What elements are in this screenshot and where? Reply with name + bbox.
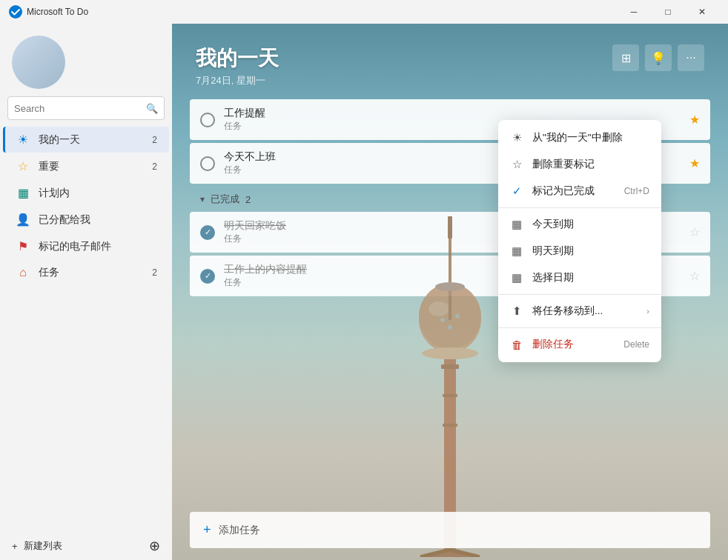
- ms-todo-icon: [9, 5, 22, 19]
- add-list-icon[interactable]: ⊕: [149, 538, 160, 554]
- sidebar-item-count: 2: [152, 267, 157, 278]
- sidebar-item-my-day[interactable]: ☀ 我的一天 2: [3, 127, 169, 153]
- menu-item-delete-task[interactable]: 🗑 删除任务 Delete: [498, 331, 661, 358]
- svg-rect-13: [443, 394, 457, 397]
- svg-rect-12: [441, 364, 459, 369]
- menu-item-label: 选择日期: [532, 271, 649, 284]
- person-icon: 👤: [15, 213, 31, 227]
- svg-point-10: [455, 314, 460, 319]
- task-complete-toggle[interactable]: ✓: [200, 225, 215, 240]
- add-task-label: 添加任务: [219, 524, 260, 537]
- context-menu: ☀ 从"我的一天"中删除 ☆ 删除重要标记 ✓ 标记为已完成 Ctrl+D ▦ …: [498, 120, 661, 362]
- close-button[interactable]: ✕: [685, 0, 719, 24]
- minimize-button[interactable]: ─: [617, 0, 651, 24]
- main-header: 我的一天 7月24日, 星期一 ⊞ 💡 ···: [172, 24, 728, 99]
- svg-point-8: [422, 347, 478, 359]
- menu-item-remove-from-myday[interactable]: ☀ 从"我的一天"中删除: [498, 124, 661, 151]
- svg-rect-14: [443, 424, 457, 427]
- chevron-right-icon: ›: [646, 307, 649, 316]
- sidebar-item-tasks[interactable]: ⌂ 任务 2: [3, 260, 169, 285]
- star-button[interactable]: ★: [689, 156, 700, 170]
- sidebar-item-planned[interactable]: ▦ 计划内: [3, 180, 169, 206]
- sun-icon: ☀: [15, 133, 31, 147]
- window-controls: ─ □ ✕: [617, 0, 719, 24]
- task-complete-toggle[interactable]: [200, 113, 215, 127]
- sidebar: 🔍 ☀ 我的一天 2 ☆ 重要 2 ▦ 计划内 👤 已分配给我: [0, 24, 172, 560]
- menu-item-label: 删除重要标记: [532, 158, 649, 171]
- menu-divider: [498, 294, 661, 295]
- sidebar-item-important[interactable]: ☆ 重要 2: [3, 153, 169, 179]
- search-input[interactable]: [14, 103, 146, 114]
- calendar-icon: ▦: [510, 244, 523, 258]
- star-button[interactable]: ☆: [689, 269, 700, 283]
- new-list-footer[interactable]: + 新建列表 ⊕: [0, 532, 172, 560]
- task-complete-toggle[interactable]: [200, 156, 215, 171]
- star-button[interactable]: ★: [689, 113, 700, 127]
- completed-count: 2: [245, 194, 251, 205]
- menu-item-remove-important[interactable]: ☆ 删除重要标记: [498, 151, 661, 178]
- sidebar-item-label: 计划内: [39, 187, 157, 200]
- star-icon: ☆: [510, 158, 523, 171]
- task-complete-toggle[interactable]: ✓: [200, 269, 215, 284]
- task-name: 工作提醒: [224, 107, 681, 120]
- calendar-icon: ▦: [15, 186, 31, 200]
- menu-item-move-task[interactable]: ⬆ 将任务移动到... ›: [498, 298, 661, 324]
- flag-icon: ⚑: [15, 239, 31, 253]
- sidebar-item-flagged-email[interactable]: ⚑ 标记的电子邮件: [3, 233, 169, 259]
- completed-label: 已完成: [211, 193, 239, 206]
- title-area: 我的一天 7月24日, 星期一: [196, 44, 279, 87]
- main-content: 我的一天 7月24日, 星期一 ⊞ 💡 ··· 工作提醒 任务 ★: [172, 24, 728, 560]
- menu-item-pick-date[interactable]: ▦ 选择日期: [498, 264, 661, 291]
- svg-point-9: [440, 318, 445, 322]
- main-subtitle: 7月24日, 星期一: [196, 74, 279, 87]
- svg-point-2: [419, 287, 481, 353]
- avatar[interactable]: [12, 36, 65, 89]
- menu-item-mark-complete[interactable]: ✓ 标记为已完成 Ctrl+D: [498, 178, 661, 204]
- user-area: [0, 24, 172, 96]
- sidebar-item-label: 已分配给我: [39, 213, 157, 227]
- sidebar-item-label: 任务: [39, 266, 152, 279]
- menu-divider: [498, 327, 661, 328]
- calendar-pick-icon: ▦: [510, 271, 523, 284]
- app-body: 🔍 ☀ 我的一天 2 ☆ 重要 2 ▦ 计划内 👤 已分配给我: [0, 24, 728, 560]
- sidebar-item-label: 我的一天: [39, 133, 152, 147]
- svg-point-4: [428, 301, 449, 316]
- plus-icon: +: [203, 522, 211, 538]
- search-icon: 🔍: [146, 103, 158, 114]
- menu-item-label: 删除任务: [532, 338, 615, 351]
- svg-point-0: [9, 5, 22, 19]
- sidebar-item-assigned[interactable]: 👤 已分配给我: [3, 207, 169, 233]
- app-logo: Microsoft To Do: [9, 5, 88, 19]
- menu-item-label: 今天到期: [532, 218, 649, 231]
- maximize-button[interactable]: □: [651, 0, 685, 24]
- svg-line-15: [424, 553, 450, 557]
- suggest-button[interactable]: 💡: [645, 44, 672, 71]
- trash-icon: 🗑: [510, 339, 523, 351]
- main-title: 我的一天: [196, 44, 279, 73]
- title-bar: Microsoft To Do ─ □ ✕: [0, 0, 728, 24]
- star-icon: ☆: [15, 159, 31, 173]
- svg-line-16: [450, 553, 476, 557]
- svg-line-17: [420, 550, 450, 557]
- more-button[interactable]: ···: [678, 44, 704, 71]
- new-list-label: 新建列表: [24, 539, 62, 553]
- menu-shortcut: Delete: [623, 339, 649, 350]
- menu-item-due-tomorrow[interactable]: ▦ 明天到期: [498, 238, 661, 264]
- plus-icon: +: [12, 541, 18, 552]
- sidebar-item-count: 2: [152, 161, 157, 172]
- menu-item-due-today[interactable]: ▦ 今天到期: [498, 211, 661, 238]
- menu-item-label: 标记为已完成: [532, 184, 615, 198]
- move-icon: ⬆: [510, 304, 523, 318]
- add-task-bar[interactable]: + 添加任务: [190, 512, 710, 548]
- search-bar[interactable]: 🔍: [7, 96, 165, 120]
- sun-icon: ☀: [510, 131, 523, 144]
- svg-line-18: [450, 550, 480, 557]
- menu-shortcut: Ctrl+D: [624, 186, 649, 196]
- sidebar-item-label: 重要: [39, 160, 152, 173]
- chevron-icon: ▾: [200, 194, 205, 204]
- calendar-icon: ▦: [510, 218, 523, 231]
- sidebar-item-label: 标记的电子邮件: [39, 240, 157, 253]
- star-button[interactable]: ☆: [689, 225, 700, 239]
- app-title: Microsoft To Do: [27, 7, 88, 17]
- background-button[interactable]: ⊞: [612, 44, 639, 71]
